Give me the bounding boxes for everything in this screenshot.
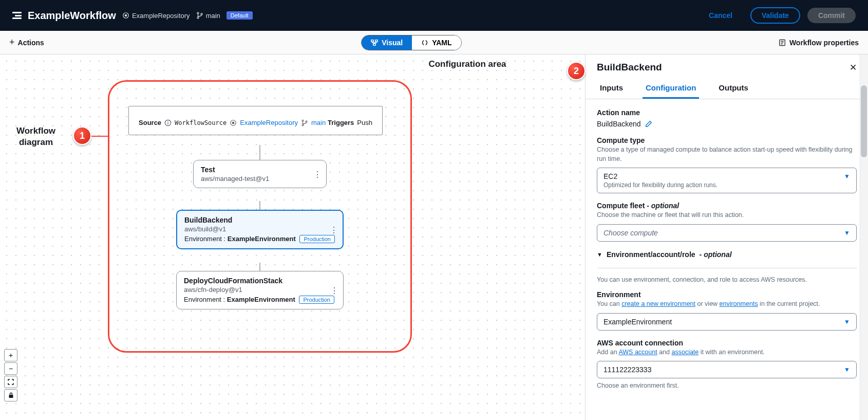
plus-icon: + <box>9 37 15 48</box>
top-bar-right: Cancel Validate Commit <box>698 7 856 24</box>
svg-rect-7 <box>373 43 375 45</box>
repo-icon <box>122 12 129 19</box>
close-icon[interactable]: ✕ <box>850 62 857 73</box>
node-menu-icon[interactable]: ⋮ <box>330 225 337 234</box>
yaml-label: YAML <box>432 39 451 47</box>
workflow-source: WorkflowSource <box>175 119 227 126</box>
panel-header: BuildBackend ✕ <box>586 54 868 77</box>
env-name: ExampleEnvironment <box>228 235 296 243</box>
environment-select[interactable]: ExampleEnvironment ▼ <box>597 313 857 331</box>
visual-icon <box>371 39 378 46</box>
connection-value: 111122223333 <box>603 366 651 374</box>
env-section-desc: You can use environment, connection, and… <box>597 276 857 285</box>
connection-desc: Add an AWS account and associate it with… <box>597 348 857 357</box>
repo-icon <box>230 119 237 126</box>
branch-icon <box>301 119 308 126</box>
svg-rect-18 <box>9 395 13 398</box>
tab-outputs[interactable]: Outputs <box>715 77 751 99</box>
lock-button[interactable] <box>4 389 17 401</box>
tab-configuration[interactable]: Configuration <box>643 77 699 99</box>
scrollbar-track[interactable] <box>860 54 868 420</box>
source-branch-link[interactable]: main <box>311 119 326 126</box>
node-menu-icon[interactable]: ⋮ <box>330 285 338 295</box>
commit-button[interactable]: Commit <box>807 8 856 23</box>
source-node[interactable]: Source WorkflowSource ExampleRepository … <box>128 106 383 135</box>
canvas[interactable]: Workflow diagram Configuration area 1 So… <box>0 54 585 420</box>
branch-name: main <box>206 12 220 20</box>
chevron-down-icon: ▼ <box>844 366 850 373</box>
connection-section: AWS account connection Add an AWS accoun… <box>586 339 868 403</box>
svg-point-3 <box>197 17 199 19</box>
zoom-controls: + − <box>4 349 17 401</box>
view-toggle: Visual YAML <box>361 35 461 50</box>
connection-footer: Choose an environment first. <box>597 381 857 391</box>
env-section-desc-wrap: You can use environment, connection, and… <box>586 276 868 291</box>
scrollbar-thumb[interactable] <box>861 85 867 157</box>
compute-type-select[interactable]: EC2 ▼ Optimized for flexibility during a… <box>597 168 857 193</box>
main: Workflow diagram Configuration area 1 So… <box>0 54 868 420</box>
triggers-label: Triggers <box>328 119 354 126</box>
environment-label: Environment <box>597 290 857 299</box>
environment-section: Environment You can create a new environ… <box>586 290 868 339</box>
callout-1-line <box>91 136 108 137</box>
edit-icon[interactable] <box>645 120 652 127</box>
svg-rect-5 <box>371 40 373 42</box>
compute-fleet-desc: Choose the machine or fleet that will ru… <box>597 211 857 220</box>
env-label: Environment : <box>184 296 225 303</box>
default-badge: Default <box>227 11 253 20</box>
yaml-toggle[interactable]: YAML <box>412 35 461 50</box>
config-panel: 2 BuildBackend ✕ Inputs Configuration Ou… <box>585 54 868 420</box>
create-env-link[interactable]: create a new environment <box>621 300 695 307</box>
svg-rect-6 <box>375 40 378 42</box>
divider <box>597 268 857 268</box>
environments-link[interactable]: environments <box>720 300 758 307</box>
annotation-config-area: Configuration area <box>426 59 508 70</box>
svg-point-17 <box>306 120 307 122</box>
aws-account-link[interactable]: AWS account <box>618 349 657 356</box>
compute-fleet-placeholder: Choose compute <box>603 229 658 237</box>
conn-desc-pre: Add an <box>597 349 618 356</box>
associate-link[interactable]: associate <box>671 349 699 356</box>
deploy-node-env: Environment : ExampleEnvironment Product… <box>184 296 336 304</box>
env-badge: Production <box>299 235 335 243</box>
cancel-button[interactable]: Cancel <box>698 8 743 23</box>
connection-select[interactable]: 111122223333 ▼ <box>597 361 857 378</box>
env-expander[interactable]: ▼ Environment/account/role - optional <box>597 250 732 262</box>
test-node[interactable]: Test aws/managed-test@v1 ⋮ <box>193 160 327 188</box>
callout-1: 1 <box>73 126 91 145</box>
env-label: Environment : <box>184 235 225 243</box>
zoom-in-button[interactable]: + <box>4 349 17 361</box>
compute-fleet-label-text: Compute fleet <box>597 202 645 210</box>
compute-fleet-select[interactable]: Choose compute ▼ <box>597 224 857 242</box>
annotation-workflow-diagram: Workflow diagram <box>10 125 62 148</box>
test-node-sub: aws/managed-test@v1 <box>201 175 319 182</box>
chevron-down-icon: ▼ <box>844 229 850 236</box>
compute-type-value-desc: Optimized for flexibility during action … <box>603 181 850 189</box>
lock-icon <box>8 392 14 398</box>
buildbackend-node[interactable]: BuildBackend aws/build@v1 Environment : … <box>176 210 344 249</box>
node-menu-icon[interactable]: ⋮ <box>313 169 321 179</box>
conn-desc-post: it with an environment. <box>699 349 765 356</box>
svg-point-15 <box>302 120 304 121</box>
fit-icon <box>8 379 14 385</box>
svg-point-2 <box>197 12 199 14</box>
deploy-node[interactable]: DeployCloudFormationStack aws/cfn-deploy… <box>176 271 344 309</box>
env-desc-mid: or view <box>695 300 720 307</box>
compute-type-value: EC2 <box>603 172 617 180</box>
toolbar: + Actions Visual YAML Workflow propertie… <box>0 31 868 54</box>
source-repo-link[interactable]: ExampleRepository <box>240 119 298 126</box>
repo-name: ExampleRepository <box>132 12 190 20</box>
properties-icon <box>779 39 786 46</box>
add-actions-button[interactable]: + Actions <box>9 37 44 48</box>
compute-type-desc: Choose a type of managed compute to bala… <box>597 145 857 163</box>
visual-toggle[interactable]: Visual <box>362 35 412 50</box>
validate-button[interactable]: Validate <box>750 7 800 24</box>
connection-label: AWS account connection <box>597 339 857 347</box>
zoom-out-button[interactable]: − <box>4 362 17 375</box>
repo-segment: ExampleRepository <box>122 12 190 20</box>
tab-inputs[interactable]: Inputs <box>597 77 626 99</box>
env-name: ExampleEnvironment <box>227 296 295 303</box>
workflow-properties-button[interactable]: Workflow properties <box>779 39 859 47</box>
fit-button[interactable] <box>4 376 17 388</box>
compute-fleet-label: Compute fleet - optional <box>597 202 857 210</box>
